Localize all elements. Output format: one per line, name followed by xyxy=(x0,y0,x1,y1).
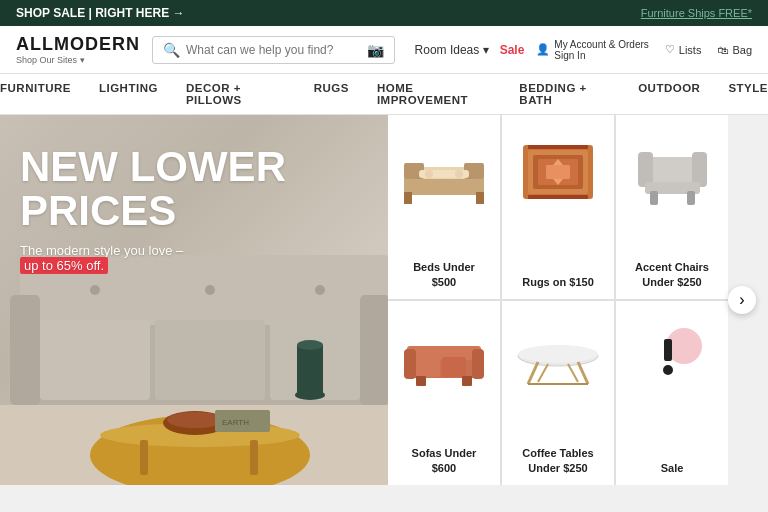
svg-point-8 xyxy=(90,285,100,295)
lists-button[interactable]: ♡ Lists xyxy=(665,43,702,56)
account-label: My Account & Orders xyxy=(554,39,648,50)
svg-rect-13 xyxy=(140,440,148,475)
svg-point-19 xyxy=(297,340,323,350)
svg-rect-45 xyxy=(687,191,695,205)
main-nav: FURNITURE LIGHTING DECOR + PILLOWS RUGS … xyxy=(0,74,768,115)
svg-rect-4 xyxy=(360,295,390,405)
nav-home-improvement[interactable]: HOME IMPROVEMENT xyxy=(377,82,491,106)
rug-svg xyxy=(518,137,598,207)
svg-rect-52 xyxy=(416,376,426,386)
svg-line-56 xyxy=(528,362,538,384)
free-shipping-text[interactable]: Furniture Ships FREE* xyxy=(641,7,752,19)
chair-label: Accent ChairsUnder $250 xyxy=(635,260,709,289)
rug-image xyxy=(510,127,606,217)
svg-rect-49 xyxy=(472,349,484,379)
sofa-small-svg xyxy=(399,324,489,392)
product-grid: Beds Under$500 Rugs on $150 xyxy=(388,115,728,485)
logo[interactable]: ALLMODERN Shop Our Sites ▾ xyxy=(16,34,140,65)
header: ALLMODERN Shop Our Sites ▾ 🔍 📷 Room Idea… xyxy=(0,26,768,74)
product-card-rugs[interactable]: Rugs on $150 xyxy=(502,115,614,299)
nav-furniture[interactable]: FURNITURE xyxy=(0,82,71,106)
logo-text: ALLMODERN xyxy=(16,34,140,55)
search-icon: 🔍 xyxy=(163,42,180,58)
svg-rect-42 xyxy=(692,152,707,187)
svg-rect-51 xyxy=(442,357,466,377)
chair-svg xyxy=(630,137,715,207)
nav-lighting[interactable]: LIGHTING xyxy=(99,82,158,106)
svg-rect-3 xyxy=(10,295,40,405)
svg-rect-26 xyxy=(404,192,412,204)
logo-sub[interactable]: Shop Our Sites ▾ xyxy=(16,55,140,65)
room-ideas-button[interactable]: Room Ideas ▾ Sale xyxy=(415,43,525,57)
bag-label: Bag xyxy=(732,44,752,56)
hero-subtitle: The modern style you love – up to 65% of… xyxy=(20,243,286,273)
rug-label: Rugs on $150 xyxy=(522,275,594,289)
svg-point-10 xyxy=(315,285,325,295)
svg-rect-44 xyxy=(650,191,658,205)
sale-badge[interactable]: Sale xyxy=(500,43,525,57)
bed-image xyxy=(396,127,492,217)
svg-point-9 xyxy=(205,285,215,295)
sign-in-label[interactable]: Sign In xyxy=(554,50,648,61)
announcement-bar: SHOP SALE | RIGHT HERE → Furniture Ships… xyxy=(0,0,768,26)
sale-image xyxy=(624,313,720,403)
svg-rect-14 xyxy=(250,440,258,475)
sale-label: Sale xyxy=(661,461,684,475)
svg-rect-5 xyxy=(40,320,150,400)
nav-rugs[interactable]: RUGS xyxy=(314,82,349,106)
svg-line-57 xyxy=(578,362,588,384)
table-svg xyxy=(513,324,603,392)
svg-point-55 xyxy=(518,345,598,363)
svg-rect-41 xyxy=(638,152,653,187)
header-nav: Room Ideas ▾ Sale xyxy=(415,43,525,57)
search-bar[interactable]: 🔍 📷 xyxy=(152,36,395,64)
svg-rect-22 xyxy=(404,177,484,195)
nav-bedding[interactable]: BEDDING + BATH xyxy=(519,82,610,106)
svg-line-59 xyxy=(568,364,578,382)
product-card-beds[interactable]: Beds Under$500 xyxy=(388,115,500,299)
svg-rect-35 xyxy=(546,165,570,179)
hero-text: NEW LOWER PRICES The modern style you lo… xyxy=(20,145,286,273)
bag-icon: 🛍 xyxy=(717,44,728,56)
svg-rect-39 xyxy=(528,195,588,199)
sofa-image xyxy=(396,313,492,403)
chair-image xyxy=(624,127,720,217)
bag-button[interactable]: 🛍 Bag xyxy=(717,44,752,56)
nav-outdoor[interactable]: OUTDOOR xyxy=(638,82,700,106)
product-card-tables[interactable]: Coffee TablesUnder $250 xyxy=(502,301,614,485)
product-card-sale[interactable]: Sale xyxy=(616,301,728,485)
product-card-sofas[interactable]: Sofas Under$600 xyxy=(388,301,500,485)
bed-label: Beds Under$500 xyxy=(413,260,475,289)
svg-rect-40 xyxy=(645,157,700,185)
shop-sale-text[interactable]: SHOP SALE | RIGHT HERE → xyxy=(16,6,185,20)
svg-rect-6 xyxy=(155,320,265,400)
lists-label: Lists xyxy=(679,44,702,56)
heart-icon: ♡ xyxy=(665,43,675,56)
svg-rect-48 xyxy=(404,349,416,379)
nav-decor[interactable]: DECOR + PILLOWS xyxy=(186,82,286,106)
search-input[interactable] xyxy=(186,43,357,57)
account-button[interactable]: 👤 My Account & Orders Sign In xyxy=(536,39,648,61)
svg-text:EARTH: EARTH xyxy=(222,418,249,427)
svg-rect-62 xyxy=(664,339,672,361)
svg-rect-53 xyxy=(462,376,472,386)
svg-rect-50 xyxy=(416,357,440,377)
account-icon: 👤 xyxy=(536,43,550,56)
sale-svg xyxy=(632,324,712,392)
hero-title: NEW LOWER PRICES xyxy=(20,145,286,233)
nav-style[interactable]: STYLE xyxy=(728,82,768,106)
next-button[interactable]: › xyxy=(728,286,756,314)
svg-line-58 xyxy=(538,364,548,382)
camera-icon[interactable]: 📷 xyxy=(367,42,384,58)
table-label: Coffee TablesUnder $250 xyxy=(522,446,593,475)
table-image xyxy=(510,313,606,403)
header-account: 👤 My Account & Orders Sign In ♡ Lists 🛍 … xyxy=(536,39,752,61)
sofa-label: Sofas Under$600 xyxy=(412,446,477,475)
bed-svg xyxy=(399,137,489,207)
svg-rect-18 xyxy=(297,345,323,395)
svg-point-63 xyxy=(663,365,673,375)
svg-point-30 xyxy=(455,170,463,178)
product-card-chairs[interactable]: Accent ChairsUnder $250 xyxy=(616,115,728,299)
hero-section: EARTH NEW LOWER PRICES The modern style … xyxy=(0,115,768,485)
svg-point-29 xyxy=(425,170,433,178)
